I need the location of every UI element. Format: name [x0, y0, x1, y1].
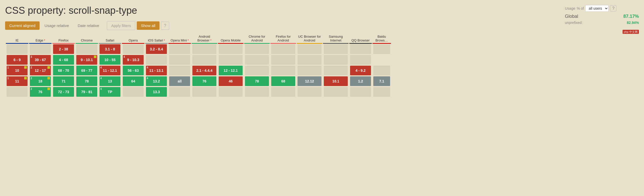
cell-ios-r4: 413.2	[146, 76, 167, 86]
cell-opera-mobile-r2	[192, 55, 216, 65]
table-row: 6 - 9 339 - 67 4 - 68 9 - 10.1 10 - 55 4…	[6, 54, 391, 65]
cell-opera-mini-r2	[146, 55, 167, 65]
th-ios: iOS Safari *	[145, 34, 168, 44]
unprefixed-label: unprefixed:	[565, 21, 583, 25]
cell-ie-r4: 111	[7, 76, 28, 86]
cell-chrome-r4: 78	[76, 76, 97, 86]
cell-ie-r3: 110	[7, 66, 28, 75]
browser-table-wrapper: IE Edge * Firefox Chrome	[5, 34, 560, 97]
global-label: Global	[565, 14, 578, 19]
cell-opera-mini-r4: all	[169, 76, 190, 86]
apply-filters-button[interactable]: Apply filters	[107, 21, 135, 30]
cell-safari-r4: 413	[100, 76, 120, 86]
cell-opera-r5	[123, 87, 144, 97]
cell-firefox-android-r1	[271, 44, 295, 54]
cell-chrome-android-r2	[219, 55, 243, 65]
th-opera-mobile: Opera Mobile	[218, 34, 243, 44]
users-select[interactable]: all users	[585, 5, 609, 12]
cell-chrome-r1	[76, 44, 97, 54]
usage-label: Usage	[565, 6, 575, 10]
cell-chrome-r5: 79 - 81	[76, 87, 97, 97]
cell-chrome-android-r1	[245, 44, 269, 54]
th-firefox-android: Firefox for Android	[270, 34, 296, 44]
cell-baidu-r2	[350, 55, 371, 65]
current-aligned-button[interactable]: Current aligned	[5, 21, 40, 30]
cell-opera-r4: 64	[123, 76, 144, 86]
php-badge-label: php 中文网	[623, 30, 639, 34]
filter-bar: Current aligned Usage relative Date rela…	[5, 21, 560, 30]
cell-firefox-android-r4: 68	[271, 76, 295, 86]
cell-opera-r1	[123, 44, 144, 54]
cell-ie-r1	[7, 44, 28, 54]
cell-samsung-r5	[324, 87, 348, 97]
cell-uc-r5	[298, 87, 321, 97]
cell-firefox-r1: 2 - 38	[53, 44, 74, 54]
cell-ie-r5	[7, 87, 28, 97]
th-edge: Edge *	[29, 34, 52, 44]
help-icon[interactable]: ?	[610, 5, 616, 11]
table-row: 276 72 - 73 79 - 81 4TP 13.3	[6, 87, 391, 97]
cell-qq-r4: 1.2	[350, 76, 371, 86]
cell-baidu-r1	[373, 44, 390, 54]
cell-qq-r1	[350, 44, 371, 54]
th-uc: UC Browser for Android	[297, 34, 322, 44]
cell-android-r1	[192, 44, 216, 54]
percent-of-label: % of	[577, 6, 584, 10]
cell-firefox-android-r3	[271, 66, 295, 75]
unprefixed-value: 82.94%	[627, 21, 639, 25]
cell-qq-r2	[324, 55, 348, 65]
php-badge: php 中文网	[565, 30, 639, 34]
cell-firefox-android-r2	[245, 55, 269, 65]
th-baidu: Baidu Brows…	[373, 34, 391, 44]
global-value: 87.17%	[623, 14, 639, 19]
th-samsung: Samsung Internet	[323, 34, 349, 44]
cell-edge-r1	[30, 44, 51, 54]
cell-opera-mini-r3	[169, 66, 190, 75]
cell-samsung-r1	[324, 44, 348, 54]
cell-safari-r1: 3.1 - 8	[100, 44, 120, 54]
cell-chrome-r2: 9 - 10.1	[76, 55, 97, 65]
cell-safari-r2: 10 - 55	[100, 55, 120, 65]
cell-android-r3: 2.1 - 4.4.4	[192, 66, 216, 75]
table-row: 2 - 38 3.1 - 8 3.2 - 8.4	[6, 44, 391, 54]
cell-qq-r3: 4 - 9.2	[350, 66, 371, 75]
cell-samsung-r2	[298, 55, 321, 65]
cell-uc-r4: 12.12	[298, 76, 321, 86]
browser-table: IE Edge * Firefox Chrome	[5, 34, 392, 97]
cell-ios-r3: 411 - 13.1	[146, 66, 167, 75]
usage-relative-button[interactable]: Usage relative	[41, 21, 73, 30]
usage-row: Usage % of all users ?	[565, 5, 639, 12]
th-safari: Safari	[99, 34, 121, 44]
table-row: 111 218 71 78 413 64 413.2 all 76 46 78 …	[6, 76, 391, 87]
date-relative-button[interactable]: Date relative	[74, 21, 103, 30]
cell-firefox-r3: 68 - 70	[53, 66, 74, 75]
cell-android-r5	[192, 87, 216, 97]
cell-chrome-android-r4: 78	[245, 76, 269, 86]
cell-android-r2	[169, 55, 190, 65]
th-chrome-android: Chrome for Android	[244, 34, 270, 44]
cell-firefox-r4: 71	[53, 76, 74, 86]
cell-baidu-r4: 7.1	[373, 76, 390, 86]
cell-opera-mobile-r4: 46	[219, 76, 243, 86]
cell-android-r4: 76	[192, 76, 216, 86]
th-qq: QQ Browser	[349, 34, 372, 44]
cell-ios-r2: 49 - 10.3	[123, 55, 144, 65]
cell-firefox-r2: 4 - 68	[53, 55, 74, 65]
cell-ios-r1: 3.2 - 8.4	[146, 44, 167, 54]
cell-firefox-r5: 72 - 73	[53, 87, 74, 97]
th-android: Android Browser *	[192, 34, 217, 44]
th-ie: IE	[6, 34, 28, 44]
unprefixed-row: unprefixed: 82.94%	[565, 21, 639, 25]
cell-safari-r3: 411 - 12.1	[100, 66, 120, 75]
th-opera-mini: Opera Mini *	[168, 34, 191, 44]
global-row: Global 87.17%	[565, 14, 639, 19]
cell-chrome-android-r3	[245, 66, 269, 75]
cell-safari-r5: 4TP	[100, 87, 120, 97]
cell-opera-mobile-r3: 12 - 12.1	[219, 66, 243, 75]
show-all-button[interactable]: Show all	[137, 21, 159, 30]
cell-ios-r5: 13.3	[146, 87, 167, 97]
page-title: CSS property: scroll-snap-type	[5, 5, 560, 16]
help-button[interactable]: ?	[161, 22, 169, 30]
right-panel: Usage % of all users ? Global 87.17% unp…	[562, 0, 644, 196]
cell-baidu-r3	[373, 66, 390, 75]
